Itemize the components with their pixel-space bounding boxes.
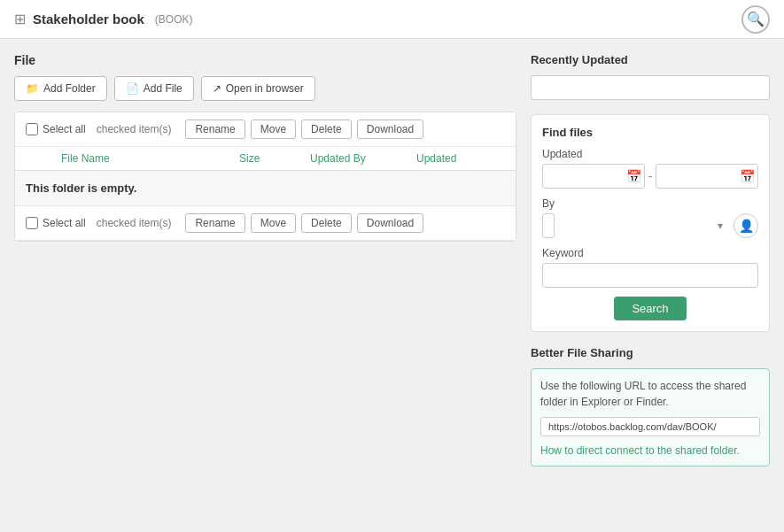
open-browser-icon: ↗ bbox=[213, 82, 221, 95]
select-all-label-top[interactable]: Select all bbox=[26, 123, 86, 135]
sharing-description: Use the following URL to access the shar… bbox=[540, 378, 760, 410]
main-layout: File 📁 Add Folder 📄 Add File ↗ Open in b… bbox=[0, 39, 784, 481]
empty-message: This folder is empty. bbox=[15, 171, 516, 206]
select-all-checkbox-bottom[interactable] bbox=[26, 217, 38, 229]
find-files-section: Find files Updated 📅 - 📅 By bbox=[531, 114, 770, 332]
page-subtitle: (BOOK) bbox=[155, 13, 193, 26]
date-to-wrapper: 📅 bbox=[656, 164, 758, 189]
download-button-top[interactable]: Download bbox=[357, 120, 423, 139]
recently-updated-title: Recently Updated bbox=[531, 53, 770, 66]
by-select-wrapper bbox=[542, 213, 728, 238]
search-icon: 🔍 bbox=[747, 11, 765, 27]
col-updated-by[interactable]: Updated By bbox=[310, 152, 416, 165]
checked-count-bottom: checked item(s) bbox=[97, 217, 172, 229]
sharing-title: Better File Sharing bbox=[531, 346, 770, 359]
file-table: Select all checked item(s) Rename Move D… bbox=[14, 112, 516, 242]
by-select[interactable] bbox=[542, 213, 555, 238]
user-icon-button[interactable]: 👤 bbox=[734, 213, 758, 238]
file-section-title: File bbox=[14, 53, 516, 67]
sharing-section: Better File Sharing Use the following UR… bbox=[531, 346, 770, 466]
page-title: Stakeholder book bbox=[33, 12, 144, 27]
keyword-label: Keyword bbox=[542, 247, 758, 259]
header: ⊞ Stakeholder book (BOOK) 🔍 bbox=[0, 0, 784, 39]
updated-label: Updated bbox=[542, 148, 758, 160]
select-all-label-bottom[interactable]: Select all bbox=[26, 217, 86, 229]
find-files-title: Find files bbox=[542, 126, 758, 139]
select-all-checkbox-top[interactable] bbox=[26, 123, 38, 135]
add-folder-icon: 📁 bbox=[26, 82, 39, 95]
date-from-wrapper: 📅 bbox=[542, 164, 645, 189]
by-row: 👤 bbox=[542, 213, 758, 238]
right-panel: Recently Updated Find files Updated 📅 - … bbox=[531, 53, 770, 466]
checked-count-top: checked item(s) bbox=[97, 123, 172, 135]
add-file-icon: 📄 bbox=[126, 82, 139, 95]
add-file-button[interactable]: 📄 Add File bbox=[114, 76, 194, 101]
action-buttons-bottom: Rename Move Delete Download bbox=[185, 213, 423, 233]
col-filename[interactable]: File Name bbox=[61, 152, 239, 165]
move-button-bottom[interactable]: Move bbox=[251, 213, 296, 233]
rename-button-top[interactable]: Rename bbox=[185, 120, 245, 139]
col-size[interactable]: Size bbox=[239, 152, 310, 165]
by-label: By bbox=[542, 197, 758, 210]
move-button-top[interactable]: Move bbox=[251, 120, 296, 139]
action-buttons-top: Rename Move Delete Download bbox=[185, 120, 423, 139]
sharing-box: Use the following URL to access the shar… bbox=[531, 368, 770, 466]
recently-updated-section: Recently Updated bbox=[531, 53, 770, 100]
date-separator: - bbox=[648, 169, 653, 183]
header-left: ⊞ Stakeholder book (BOOK) bbox=[14, 11, 193, 27]
rename-button-bottom[interactable]: Rename bbox=[185, 213, 245, 233]
toolbar: 📁 Add Folder 📄 Add File ↗ Open in browse… bbox=[14, 76, 516, 101]
sharing-url[interactable]: https://otobos.backlog.com/dav/BOOK/ bbox=[540, 417, 760, 436]
add-folder-button[interactable]: 📁 Add Folder bbox=[14, 76, 107, 101]
keyword-input[interactable] bbox=[542, 263, 758, 288]
date-range-row: 📅 - 📅 bbox=[542, 164, 758, 189]
download-button-bottom[interactable]: Download bbox=[357, 213, 423, 233]
col-updated[interactable]: Updated bbox=[416, 152, 505, 165]
book-icon: ⊞ bbox=[14, 11, 26, 27]
delete-button-top[interactable]: Delete bbox=[301, 120, 352, 139]
delete-button-bottom[interactable]: Delete bbox=[301, 213, 352, 233]
calendar-from-icon[interactable]: 📅 bbox=[626, 169, 641, 183]
search-button[interactable]: Search bbox=[614, 297, 686, 320]
person-icon: 👤 bbox=[739, 219, 754, 233]
sharing-link[interactable]: How to direct connect to the shared fold… bbox=[540, 444, 740, 457]
calendar-to-icon[interactable]: 📅 bbox=[740, 169, 755, 183]
top-select-bar: Select all checked item(s) Rename Move D… bbox=[15, 112, 516, 147]
header-search-button[interactable]: 🔍 bbox=[741, 5, 770, 34]
left-panel: File 📁 Add Folder 📄 Add File ↗ Open in b… bbox=[14, 53, 516, 466]
open-browser-button[interactable]: ↗ Open in browser bbox=[201, 76, 315, 101]
column-header-row: File Name Size Updated By Updated bbox=[15, 147, 516, 171]
recently-updated-input[interactable] bbox=[531, 75, 770, 100]
bottom-select-bar: Select all checked item(s) Rename Move D… bbox=[15, 206, 516, 241]
